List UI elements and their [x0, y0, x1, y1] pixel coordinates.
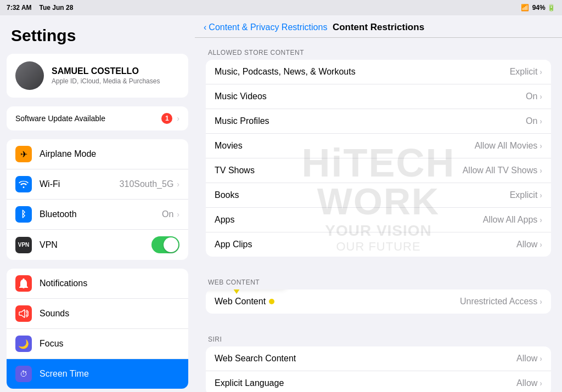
nav-back-button[interactable]: ‹ Content & Privacy Restrictions [204, 22, 327, 32]
nav-header: ‹ Content & Privacy Restrictions Content… [195, 15, 562, 38]
web-content-label: Web Content [215, 297, 266, 306]
profile-card[interactable]: SAMUEL COSTELLO Apple ID, iCloud, Media … [7, 54, 188, 98]
music-profiles-chevron: › [539, 117, 542, 126]
bluetooth-icon: ᛒ [15, 206, 32, 223]
avatar-image [15, 61, 44, 90]
sidebar-item-sounds[interactable]: Sounds [7, 299, 188, 329]
right-panel-wrapper: HiTECH WORK YOUR VISION OUR FUTURE ‹ Con… [195, 15, 562, 392]
web-search-value: Allow [516, 354, 537, 363]
row-explicit-language[interactable]: Explicit Language Allow › [206, 371, 551, 392]
row-books[interactable]: Books Explicit › [206, 183, 551, 208]
row-music[interactable]: Music, Podcasts, News, & Workouts Explic… [206, 60, 551, 84]
sidebar-item-vpn[interactable]: VPN VPN [7, 230, 188, 260]
apps-chevron: › [539, 215, 542, 224]
web-content-value: Unrestricted Access [274, 297, 537, 306]
time: 7:32 AM [7, 4, 32, 12]
vpn-toggle-thumb [164, 237, 178, 252]
airplane-mode-icon: ✈ [15, 146, 32, 162]
sidebar-item-notifications[interactable]: Notifications [7, 269, 188, 299]
profile-info: SAMUEL COSTELLO Apple ID, iCloud, Media … [52, 66, 160, 85]
allowed-store-header: ALLOWED STORE CONTENT [206, 49, 551, 60]
sidebar-item-bluetooth[interactable]: ᛒ Bluetooth On › [7, 200, 188, 230]
focus-label: Focus [40, 339, 179, 349]
siri-card: Web Search Content Allow › Explicit Lang… [206, 346, 551, 392]
web-search-label: Web Search Content [215, 354, 516, 363]
sounds-label: Sounds [40, 309, 179, 319]
bluetooth-value: On [162, 209, 173, 219]
notifications-label: Notifications [40, 279, 179, 288]
allowed-store-card: Music, Podcasts, News, & Workouts Explic… [206, 60, 551, 257]
vpn-toggle[interactable] [151, 236, 179, 253]
row-apps[interactable]: Apps Allow All Apps › [206, 208, 551, 232]
wifi-chevron: › [177, 180, 179, 189]
focus-icon: 🌙 [15, 336, 32, 352]
sidebar-item-screen-time[interactable]: ⏱ Screen Time [7, 359, 188, 389]
update-badge: 1 [161, 113, 172, 124]
nav-back-label: Content & Privacy Restrictions [209, 22, 327, 32]
update-right: 1 › [161, 113, 179, 124]
sidebar: Settings SAMUEL COSTELLO Apple ID, iClou… [0, 15, 195, 392]
main-container: Settings SAMUEL COSTELLO Apple ID, iClou… [0, 15, 562, 392]
update-text: Software Update Available [15, 114, 105, 123]
movies-chevron: › [539, 141, 542, 150]
music-videos-value: On [526, 92, 537, 101]
airplane-mode-label: Airplane Mode [40, 149, 179, 159]
app-clips-chevron: › [539, 240, 542, 249]
web-content-card: Web Content Web Content Unrestricted Acc… [206, 289, 551, 314]
row-tv-shows[interactable]: TV Shows Allow All TV Shows › [206, 158, 551, 183]
app-clips-label: App Clips [215, 240, 516, 249]
bluetooth-chevron: › [177, 210, 179, 219]
back-chevron-icon: ‹ [204, 22, 206, 32]
update-chevron: › [177, 114, 179, 123]
settings-section-notifications: Notifications Sounds 🌙 Focus ⏱ Screen Ti… [7, 269, 188, 389]
callout-arrow [232, 289, 241, 294]
row-web-content[interactable]: Web Content Web Content Unrestricted Acc… [206, 289, 551, 314]
web-search-chevron: › [539, 354, 542, 363]
notifications-icon [15, 275, 32, 292]
status-bar: 7:32 AM Tue Jun 28 📶 94% 🔋 [0, 0, 562, 15]
row-app-clips[interactable]: App Clips Allow › [206, 232, 551, 257]
app-clips-value: Allow [516, 240, 537, 249]
web-content-header: WEB CONTENT [206, 279, 551, 289]
software-update-banner[interactable]: Software Update Available 1 › [7, 106, 188, 130]
web-content-dot [269, 299, 274, 304]
music-value: Explicit [510, 67, 538, 77]
sounds-icon [15, 305, 32, 322]
avatar [15, 61, 44, 90]
sidebar-title: Settings [0, 20, 195, 54]
web-content-chevron: › [539, 297, 542, 306]
screen-time-label: Screen Time [40, 369, 179, 379]
vpn-icon: VPN [15, 237, 32, 253]
explicit-language-value: Allow [516, 378, 537, 388]
sidebar-item-wifi[interactable]: Wi-Fi 310South_5G › [7, 169, 188, 200]
row-web-search-content[interactable]: Web Search Content Allow › [206, 346, 551, 371]
wifi-icon: 📶 [521, 4, 529, 12]
music-chevron: › [539, 67, 542, 76]
row-movies[interactable]: Movies Allow All Movies › [206, 134, 551, 158]
tv-shows-value: Allow All TV Shows [463, 166, 538, 175]
status-bar-left: 7:32 AM Tue Jun 28 [7, 4, 73, 12]
wifi-value: 310South_5G [120, 179, 174, 189]
right-panel: ‹ Content & Privacy Restrictions Content… [195, 15, 562, 392]
movies-value: Allow All Movies [475, 141, 538, 151]
web-content-label-wrap: Web Content Web Content [215, 297, 274, 306]
sidebar-item-airplane-mode[interactable]: ✈ Airplane Mode [7, 139, 188, 169]
section-allowed-store-content: ALLOWED STORE CONTENT Music, Podcasts, N… [195, 38, 562, 257]
music-videos-label: Music Videos [215, 92, 526, 101]
music-label: Music, Podcasts, News, & Workouts [215, 67, 510, 77]
bluetooth-label: Bluetooth [40, 209, 162, 219]
apps-value: Allow All Apps [483, 215, 538, 225]
profile-name: SAMUEL COSTELLO [52, 66, 160, 76]
books-value: Explicit [510, 190, 538, 200]
explicit-language-label: Explicit Language [215, 378, 516, 388]
row-music-profiles[interactable]: Music Profiles On › [206, 109, 551, 134]
explicit-language-chevron: › [539, 379, 542, 388]
tv-shows-label: TV Shows [215, 166, 463, 175]
sidebar-item-focus[interactable]: 🌙 Focus [7, 329, 188, 359]
battery-icon: 94% 🔋 [532, 4, 555, 12]
section-siri: SIRI Web Search Content Allow › Explicit… [195, 325, 562, 392]
screen-time-icon: ⏱ [15, 366, 32, 382]
books-chevron: › [539, 191, 542, 200]
vpn-label: VPN [40, 240, 151, 250]
row-music-videos[interactable]: Music Videos On › [206, 84, 551, 109]
